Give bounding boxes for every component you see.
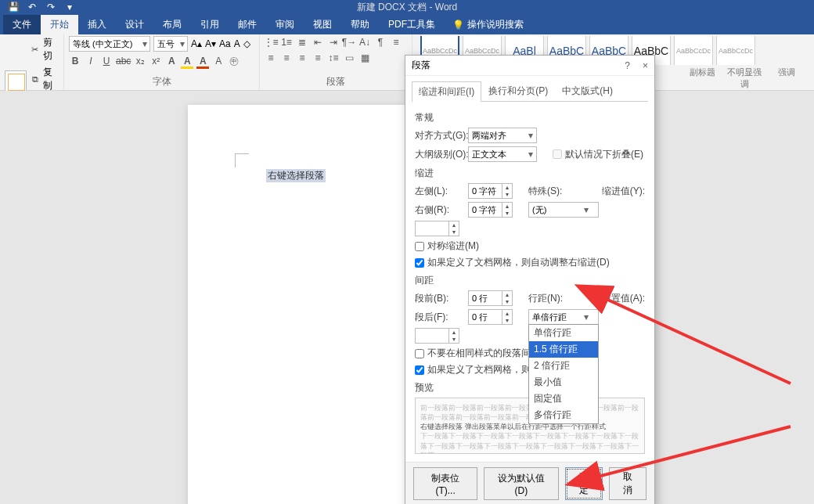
close-icon[interactable]: × <box>643 60 648 71</box>
undo-icon[interactable]: ↶ <box>27 2 38 13</box>
increase-indent-button[interactable]: ⇥ <box>327 36 340 49</box>
align-right-button[interactable]: ≡ <box>280 52 293 64</box>
bullets-button[interactable]: ⋮≡ <box>265 36 277 49</box>
spin-down-icon[interactable]: ▾ <box>502 317 512 324</box>
tab-file[interactable]: 文件 <box>3 15 41 34</box>
space-before-spinner[interactable]: ▴▾ <box>468 290 513 306</box>
strike-button[interactable]: abc <box>116 55 131 67</box>
clear-format-button[interactable]: ◇ <box>243 38 250 49</box>
tab-design[interactable]: 设计 <box>116 15 153 34</box>
tab-home[interactable]: 开始 <box>41 15 78 34</box>
cut-button[interactable]: ✂剪切 <box>30 36 59 64</box>
font-size-combo[interactable]: ▾ <box>153 36 188 52</box>
grow-font-button[interactable]: A▴ <box>191 38 202 49</box>
spin-up-icon[interactable]: ▴ <box>502 184 512 191</box>
font-name-input[interactable] <box>70 37 140 51</box>
decrease-indent-button[interactable]: ⇤ <box>312 36 324 49</box>
tab-indent-spacing[interactable]: 缩进和间距(I) <box>412 81 481 102</box>
tab-layout[interactable]: 布局 <box>153 15 191 34</box>
italic-button[interactable]: I <box>85 55 97 67</box>
distribute-button[interactable]: ≡ <box>312 52 324 64</box>
redo-icon[interactable]: ↷ <box>45 2 56 13</box>
enclose-char-button[interactable]: ㊥ <box>228 55 240 67</box>
tab-references[interactable]: 引用 <box>191 15 229 34</box>
left-indent-input[interactable] <box>469 184 502 198</box>
dialog-titlebar[interactable]: 段落 ? × <box>405 56 654 76</box>
superscript-button[interactable]: x² <box>149 55 162 67</box>
indent-value-input[interactable] <box>416 221 448 236</box>
line-spacing-combo[interactable]: ▾ <box>528 309 599 325</box>
set-value-spinner[interactable]: ▴▾ <box>415 328 459 344</box>
chevron-down-icon[interactable]: ▾ <box>525 130 536 141</box>
tab-view[interactable]: 视图 <box>304 15 341 34</box>
snap-check-input[interactable] <box>415 365 424 375</box>
tabs-button[interactable]: 制表位(T)... <box>413 467 477 500</box>
chevron-down-icon[interactable]: ▾ <box>581 204 592 215</box>
spin-up-icon[interactable]: ▴ <box>502 310 512 317</box>
spin-up-icon[interactable]: ▴ <box>502 203 512 210</box>
shading-button[interactable]: ▭ <box>343 52 355 64</box>
tab-line-page-breaks[interactable]: 换行和分页(P) <box>481 81 555 101</box>
justify-button[interactable]: ≡ <box>296 52 308 64</box>
tell-me-search[interactable]: 💡 操作说明搜索 <box>445 15 531 34</box>
mirror-check-input[interactable] <box>415 242 424 251</box>
spin-down-icon[interactable]: ▾ <box>502 191 512 198</box>
indent-value-spinner[interactable]: ▴▾ <box>415 221 459 236</box>
special-input[interactable] <box>529 203 581 217</box>
tab-mail[interactable]: 邮件 <box>229 15 266 34</box>
set-value-input[interactable] <box>416 329 448 343</box>
char-shading-button[interactable]: A <box>212 55 225 67</box>
chevron-down-icon[interactable]: ▾ <box>525 149 536 160</box>
mirror-indent-checkbox[interactable]: 对称缩进(M) <box>415 239 479 253</box>
ok-button[interactable]: 确定 <box>565 467 603 500</box>
spin-up-icon[interactable]: ▴ <box>449 221 459 229</box>
spin-up-icon[interactable]: ▴ <box>449 329 459 336</box>
font-size-input[interactable] <box>154 37 178 51</box>
highlight-button[interactable]: A <box>181 55 193 67</box>
tab-help[interactable]: 帮助 <box>341 15 379 34</box>
font-name-combo[interactable]: ▾ <box>69 36 150 52</box>
right-indent-input[interactable] <box>469 203 502 217</box>
space-before-input[interactable] <box>469 291 502 305</box>
space-after-spinner[interactable]: ▴▾ <box>468 309 513 325</box>
bold-button[interactable]: B <box>69 55 81 67</box>
set-default-button[interactable]: 设为默认值(D) <box>484 467 558 500</box>
special-combo[interactable]: ▾ <box>528 202 599 218</box>
align-left-button[interactable]: ≡ <box>390 36 402 49</box>
change-case-button[interactable]: Aa <box>219 38 231 49</box>
collapse-checkbox[interactable]: 默认情况下折叠(E) <box>553 148 643 161</box>
qat-more-icon[interactable]: ▾ <box>64 2 75 13</box>
shrink-font-button[interactable]: A▾ <box>205 38 216 49</box>
line-option[interactable]: 单倍行距 <box>529 325 598 341</box>
borders-button[interactable]: ▦ <box>358 52 371 64</box>
cancel-button[interactable]: 取消 <box>609 467 647 500</box>
tab-asian-typography[interactable]: 中文版式(H) <box>555 81 620 101</box>
spin-down-icon[interactable]: ▾ <box>449 336 459 343</box>
numbering-button[interactable]: 1≡ <box>280 36 293 49</box>
chevron-down-icon[interactable]: ▾ <box>178 38 187 49</box>
chevron-down-icon[interactable]: ▾ <box>581 311 592 322</box>
save-icon[interactable]: 💾 <box>8 2 19 13</box>
line-option[interactable]: 最小值 <box>529 374 598 391</box>
outline-combo[interactable]: ▾ <box>468 146 537 162</box>
align-center-button[interactable]: ≡ <box>265 52 277 64</box>
line-option[interactable]: 多倍行距 <box>529 407 598 423</box>
multilevel-button[interactable]: ≣ <box>296 36 308 49</box>
tab-insert[interactable]: 插入 <box>78 15 116 34</box>
spin-down-icon[interactable]: ▾ <box>449 229 459 236</box>
spin-down-icon[interactable]: ▾ <box>502 210 512 217</box>
line-spacing-button[interactable]: ↕≡ <box>327 52 340 64</box>
collapse-check-input[interactable] <box>553 149 562 159</box>
line-option[interactable]: 2 倍行距 <box>529 358 598 374</box>
ltr-button[interactable]: ¶→ <box>343 36 355 49</box>
line-option[interactable]: 固定值 <box>529 391 598 407</box>
text-effects-button[interactable]: A <box>165 55 178 67</box>
line-option-selected[interactable]: 1.5 倍行距 <box>529 341 598 358</box>
auto-adjust-indent-checkbox[interactable]: 如果定义了文档网格，则自动调整右缩进(D) <box>415 256 610 269</box>
chevron-down-icon[interactable]: ▾ <box>140 38 149 49</box>
no-space-check-input[interactable] <box>415 349 424 358</box>
align-input[interactable] <box>469 128 525 142</box>
line-spacing-input[interactable] <box>529 310 581 324</box>
spin-down-icon[interactable]: ▾ <box>502 298 512 305</box>
char-border-button[interactable]: A <box>234 38 240 49</box>
